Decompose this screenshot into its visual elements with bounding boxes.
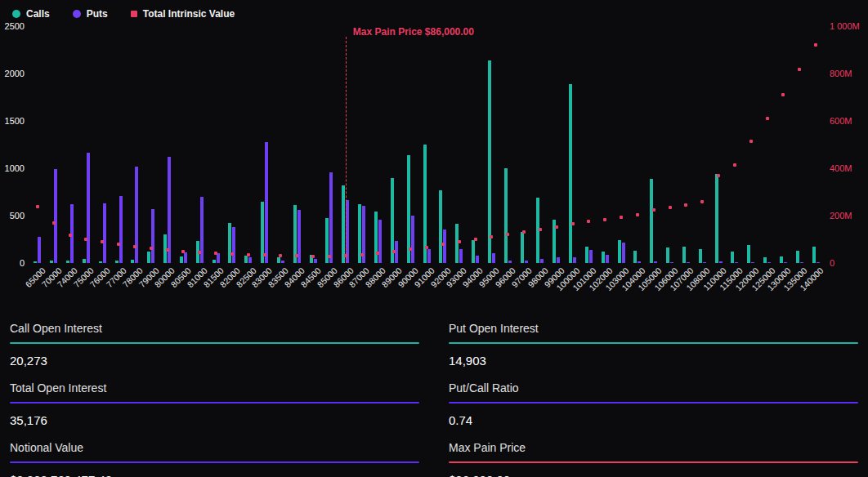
call-bar bbox=[147, 252, 150, 263]
legend-item-intrinsic[interactable]: Total Intrinsic Value bbox=[131, 8, 235, 20]
intrinsic-dot bbox=[101, 240, 104, 243]
put-bar bbox=[606, 255, 609, 263]
call-bar bbox=[618, 240, 621, 263]
legend-item-calls[interactable]: Calls bbox=[12, 8, 50, 20]
x-axis-row: 6500070000740007500076000770007800079000… bbox=[0, 263, 868, 310]
intrinsic-dot bbox=[360, 253, 364, 256]
intrinsic-dot bbox=[766, 117, 769, 120]
right-axis-tick: 400M bbox=[830, 163, 852, 173]
call-bar bbox=[180, 256, 183, 263]
intrinsic-dot bbox=[571, 222, 575, 225]
intrinsic-dot bbox=[474, 238, 477, 241]
intrinsic-dot bbox=[555, 225, 558, 229]
left-axis-tick: 1000 bbox=[5, 163, 25, 173]
left-axis-tick: 2000 bbox=[5, 69, 25, 78]
intrinsic-dot bbox=[247, 253, 250, 256]
put-bar bbox=[135, 167, 138, 263]
stat-label: Max Pain Price bbox=[449, 441, 858, 461]
stat-value: $2,882,769,477.42 bbox=[10, 463, 419, 477]
call-bar bbox=[407, 155, 410, 263]
intrinsic-dot bbox=[117, 243, 120, 246]
legend-intrinsic-label: Total Intrinsic Value bbox=[143, 8, 235, 20]
put-bar bbox=[378, 220, 382, 263]
call-bar bbox=[521, 232, 524, 263]
put-bar bbox=[329, 172, 333, 263]
plot-area: Max Pain Price $86,000.00 bbox=[29, 26, 824, 263]
put-bar bbox=[232, 227, 235, 263]
intrinsic-dot bbox=[506, 233, 509, 236]
put-bar bbox=[459, 249, 463, 263]
intrinsic-dot bbox=[749, 140, 753, 143]
stats-grid: Call Open Interest 20,273 Put Open Inter… bbox=[0, 310, 868, 477]
intrinsic-dot bbox=[717, 174, 720, 177]
call-bar bbox=[277, 257, 280, 263]
put-bar bbox=[427, 249, 431, 263]
intrinsic-dot bbox=[181, 250, 185, 253]
stat-max-pain-price: Max Pain Price $86,000.00 bbox=[449, 435, 858, 477]
call-bar bbox=[569, 84, 572, 263]
intrinsic-dot bbox=[441, 243, 445, 246]
stat-value: 20,273 bbox=[10, 344, 419, 368]
intrinsic-dot bbox=[52, 221, 56, 225]
stat-value: $86,000.00 bbox=[449, 463, 858, 477]
call-bar bbox=[228, 223, 231, 263]
intrinsic-dot bbox=[733, 163, 736, 167]
intrinsic-dot bbox=[214, 252, 217, 255]
put-bar bbox=[184, 252, 187, 263]
call-bar bbox=[439, 190, 442, 263]
call-bar bbox=[682, 247, 686, 263]
intrinsic-dot bbox=[279, 254, 282, 257]
put-bar bbox=[411, 216, 414, 263]
call-bar bbox=[455, 224, 459, 263]
put-bar bbox=[87, 153, 90, 263]
legend-puts-label: Puts bbox=[87, 8, 108, 20]
put-bar bbox=[557, 257, 560, 263]
put-bar bbox=[476, 256, 479, 263]
stat-call-open-interest: Call Open Interest 20,273 bbox=[10, 315, 419, 375]
put-bar bbox=[217, 253, 220, 263]
intrinsic-dot bbox=[539, 228, 542, 231]
intrinsic-marker-icon bbox=[131, 11, 137, 17]
intrinsic-dot bbox=[328, 255, 331, 258]
left-axis-tick: 500 bbox=[10, 211, 25, 221]
intrinsic-dot bbox=[150, 247, 153, 250]
intrinsic-dot bbox=[84, 238, 87, 241]
call-bar bbox=[472, 240, 475, 263]
intrinsic-dot bbox=[603, 218, 606, 221]
call-bar bbox=[504, 168, 508, 263]
chart-legend: Calls Puts Total Intrinsic Value bbox=[0, 0, 868, 26]
right-axis-tick: 600M bbox=[830, 116, 852, 126]
call-bar bbox=[699, 249, 702, 263]
x-axis: 6500070000740007500076000770007800079000… bbox=[29, 263, 824, 310]
puts-marker-icon bbox=[73, 10, 81, 18]
intrinsic-dot bbox=[133, 245, 136, 248]
call-bar bbox=[342, 185, 345, 263]
intrinsic-dot bbox=[458, 240, 461, 243]
put-bar bbox=[492, 253, 495, 263]
intrinsic-dot bbox=[230, 252, 234, 256]
max-pain-line bbox=[346, 37, 347, 263]
put-bar bbox=[573, 257, 576, 263]
put-bar bbox=[622, 243, 625, 263]
intrinsic-dot bbox=[669, 206, 672, 209]
max-pain-dashboard: Calls Puts Total Intrinsic Value 0500100… bbox=[0, 0, 868, 477]
call-bar bbox=[244, 256, 248, 263]
intrinsic-dot bbox=[652, 208, 655, 212]
left-axis-tick: 1500 bbox=[5, 116, 25, 126]
put-bar bbox=[589, 250, 593, 263]
intrinsic-dot bbox=[587, 220, 590, 223]
put-bar bbox=[119, 196, 123, 263]
legend-item-puts[interactable]: Puts bbox=[73, 8, 108, 20]
call-bar bbox=[585, 247, 588, 263]
call-bar bbox=[374, 212, 378, 263]
call-bar bbox=[763, 257, 767, 263]
put-bar bbox=[38, 237, 41, 263]
put-bar bbox=[248, 257, 252, 263]
intrinsic-dot bbox=[620, 216, 623, 219]
intrinsic-dot bbox=[198, 251, 201, 254]
left-axis-tick: 2500 bbox=[5, 21, 25, 31]
legend-calls-label: Calls bbox=[26, 8, 50, 20]
calls-marker-icon bbox=[12, 10, 20, 18]
call-bar bbox=[650, 179, 653, 263]
intrinsic-dot bbox=[311, 255, 315, 258]
